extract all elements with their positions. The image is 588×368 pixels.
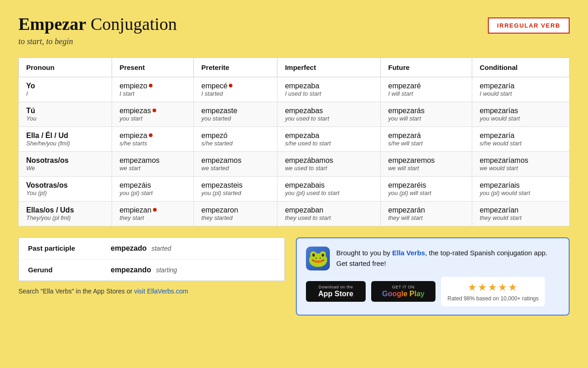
cell-conditional: empezaríaI would start (472, 77, 570, 102)
cell-conditional: empezaríasyou would start (472, 102, 570, 126)
cell-imperfect: empezábamoswe used to start (277, 151, 381, 176)
page-header: Empezar Conjugation to start, to begin I… (18, 14, 570, 46)
past-participle-label: Past participle (19, 238, 102, 259)
cell-conditional: empezaríamoswe would start (472, 151, 570, 176)
cell-present: empiezas/he starts (112, 126, 194, 151)
cell-future: empezarás/he will start (380, 126, 472, 151)
table-row: YoIempiezoI startempecéI startedempezaba… (19, 77, 570, 102)
table-row: Ella / Él / UdShe/he/you (fml)empiezas/h… (19, 126, 570, 151)
cell-preterite: empecéI started (194, 77, 277, 102)
cell-pronoun: Ella / Él / UdShe/he/you (fml) (19, 126, 112, 151)
cell-future: empezaremoswe will start (380, 151, 472, 176)
cell-conditional: empezaríanthey would start (472, 201, 570, 226)
conjugation-table: Pronoun Present Preterite Imperfect Futu… (18, 58, 570, 226)
title-block: Empezar Conjugation to start, to begin (18, 14, 177, 46)
cell-preterite: empezós/he started (194, 126, 277, 151)
col-preterite: Preterite (194, 58, 277, 77)
col-imperfect: Imperfect (277, 58, 381, 77)
bottom-section: Past participle empezado started Gerund … (18, 237, 570, 316)
cell-preterite: empezasteisyou (pl) started (194, 176, 277, 201)
cell-future: empezaránthey will start (380, 201, 472, 226)
promo-box: 🐸 Brought to you by Ella Verbs, the top-… (296, 237, 570, 316)
cell-imperfect: empezabanthey used to start (277, 201, 381, 226)
cell-preterite: empezasteyou started (194, 102, 277, 126)
participle-table: Past participle empezado started Gerund … (18, 237, 285, 281)
cell-pronoun: TúYou (19, 102, 112, 126)
rating-text: Rated 98% based on 10,000+ ratings (447, 295, 538, 302)
col-conditional: Conditional (472, 58, 570, 77)
cell-imperfect: empezabasyou used to start (277, 102, 381, 126)
cell-pronoun: Nosotras/osWe (19, 151, 112, 176)
table-row: Vosotras/osYou (pl)empezáisyou (pl) star… (19, 176, 570, 201)
promo-buttons: Download on the App Store GET IT ON Goog… (306, 277, 560, 306)
gerund-row: Gerund empezando starting (19, 259, 284, 281)
table-row: Nosotras/osWeempezamoswe startempezamosw… (19, 151, 570, 176)
cell-present: empezamoswe start (112, 151, 194, 176)
google-play-label: Google Play (382, 290, 424, 298)
search-text: Search "Ella Verbs" in the App Stores or… (18, 288, 285, 295)
promo-header: 🐸 Brought to you by Ella Verbs, the top-… (306, 247, 560, 270)
google-play-sub: GET IT ON (392, 285, 414, 289)
cell-pronoun: Vosotras/osYou (pl) (19, 176, 112, 201)
rating-box: ★★★★★ Rated 98% based on 10,000+ ratings (441, 277, 545, 306)
app-store-label: App Store (318, 290, 353, 298)
cell-conditional: empezaríaisyou (pl) would start (472, 176, 570, 201)
cell-conditional: empezarías/he would start (472, 126, 570, 151)
ella-verbs-link[interactable]: visit EllaVerbs.com (134, 288, 188, 295)
cell-preterite: empezamoswe started (194, 151, 277, 176)
col-pronoun: Pronoun (19, 58, 112, 77)
app-store-button[interactable]: Download on the App Store (306, 281, 366, 302)
stars: ★★★★★ (447, 282, 538, 293)
gerund-value: empezando starting (102, 259, 284, 281)
table-row: TúYouempiezasyou startempezasteyou start… (19, 102, 570, 126)
past-participle-row: Past participle empezado started (19, 238, 284, 259)
promo-ella-verbs-link[interactable]: Ella Verbs (392, 249, 425, 257)
table-row: Ellas/os / UdsThey/you (pl fml)empiezant… (19, 201, 570, 226)
cell-imperfect: empezabaisyou (pl) used to start (277, 176, 381, 201)
promo-description: Brought to you by Ella Verbs, the top-ra… (336, 248, 560, 269)
cell-imperfect: empezabaI used to start (277, 77, 381, 102)
cell-preterite: empezaronthey started (194, 201, 277, 226)
cell-imperfect: empezabas/he used to start (277, 126, 381, 151)
col-present: Present (112, 58, 194, 77)
gerund-label: Gerund (19, 259, 102, 281)
cell-future: empezaréisyou (pl) will start (380, 176, 472, 201)
app-store-sub: Download on the (318, 285, 353, 289)
cell-present: empiezasyou start (112, 102, 194, 126)
cell-present: empiezoI start (112, 77, 194, 102)
ella-verbs-icon: 🐸 (306, 247, 330, 270)
col-future: Future (380, 58, 472, 77)
google-play-button[interactable]: GET IT ON Google Play (371, 281, 435, 302)
page-title: Empezar Conjugation (18, 14, 177, 35)
cell-future: empezarásyou will start (380, 102, 472, 126)
cell-present: empezáisyou (pl) start (112, 176, 194, 201)
cell-present: empiezanthey start (112, 201, 194, 226)
cell-pronoun: YoI (19, 77, 112, 102)
cell-pronoun: Ellas/os / UdsThey/you (pl fml) (19, 201, 112, 226)
irregular-badge: IRREGULAR VERB (488, 17, 570, 34)
page-subtitle: to start, to begin (18, 37, 177, 46)
past-participle-value: empezado started (102, 238, 284, 259)
cell-future: empezaréI will start (380, 77, 472, 102)
table-header-row: Pronoun Present Preterite Imperfect Futu… (19, 58, 570, 77)
